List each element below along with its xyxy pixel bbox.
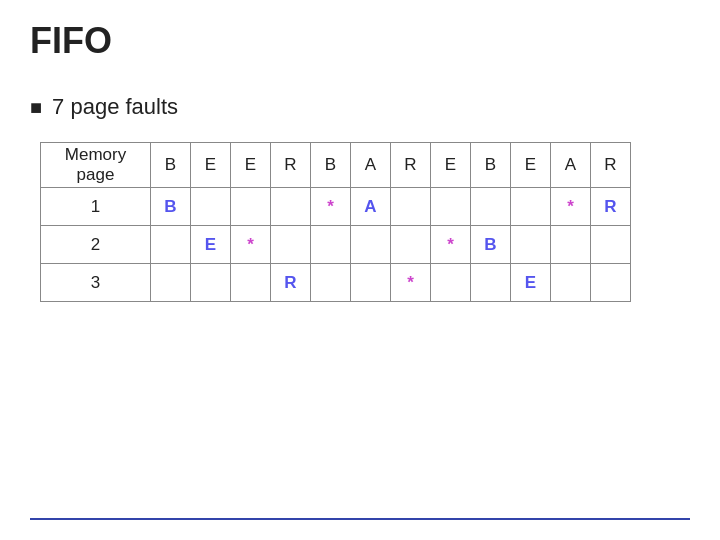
cell-r1-c2: * xyxy=(231,226,271,264)
cell-r1-c8: B xyxy=(471,226,511,264)
col-header-11: R xyxy=(591,143,631,188)
cell-r1-c6 xyxy=(391,226,431,264)
cell-r0-c4: * xyxy=(311,188,351,226)
col-header-3: R xyxy=(271,143,311,188)
cell-r2-c1 xyxy=(191,264,231,302)
cell-r2-c6: * xyxy=(391,264,431,302)
cell-r2-c8 xyxy=(471,264,511,302)
subtitle-text: 7 page faults xyxy=(52,94,178,120)
page-title: FIFO xyxy=(30,20,690,70)
cell-r1-c7: * xyxy=(431,226,471,264)
cell-r2-c4 xyxy=(311,264,351,302)
page-container: FIFO ■ 7 page faults Memory pageBEERBARE… xyxy=(0,0,720,540)
col-header-7: E xyxy=(431,143,471,188)
cell-r1-c3 xyxy=(271,226,311,264)
row-label-0: 1 xyxy=(41,188,151,226)
col-header-5: A xyxy=(351,143,391,188)
bullet-icon: ■ xyxy=(30,96,42,119)
cell-r1-c11 xyxy=(591,226,631,264)
col-header-8: B xyxy=(471,143,511,188)
cell-r0-c2 xyxy=(231,188,271,226)
col-header-9: E xyxy=(511,143,551,188)
col-header-1: E xyxy=(191,143,231,188)
col-header-6: R xyxy=(391,143,431,188)
table-row: 2E**B xyxy=(41,226,631,264)
cell-r1-c0 xyxy=(151,226,191,264)
memory-table: Memory pageBEERBAREBEAR1B*A*R2E**B3R*E xyxy=(40,142,631,302)
cell-r2-c11 xyxy=(591,264,631,302)
col-header-10: A xyxy=(551,143,591,188)
table-wrapper: Memory pageBEERBAREBEAR1B*A*R2E**B3R*E xyxy=(40,142,690,302)
cell-r0-c9 xyxy=(511,188,551,226)
cell-r1-c10 xyxy=(551,226,591,264)
cell-r0-c3 xyxy=(271,188,311,226)
row-label-1: 2 xyxy=(41,226,151,264)
subtitle-row: ■ 7 page faults xyxy=(30,94,690,120)
table-row: 1B*A*R xyxy=(41,188,631,226)
cell-r0-c11: R xyxy=(591,188,631,226)
col-header-2: E xyxy=(231,143,271,188)
cell-r1-c1: E xyxy=(191,226,231,264)
cell-r1-c9 xyxy=(511,226,551,264)
cell-r2-c0 xyxy=(151,264,191,302)
table-header-label: Memory page xyxy=(41,143,151,188)
table-row: 3R*E xyxy=(41,264,631,302)
cell-r1-c5 xyxy=(351,226,391,264)
cell-r1-c4 xyxy=(311,226,351,264)
bottom-line xyxy=(30,518,690,520)
cell-r2-c5 xyxy=(351,264,391,302)
cell-r2-c7 xyxy=(431,264,471,302)
cell-r2-c2 xyxy=(231,264,271,302)
cell-r0-c0: B xyxy=(151,188,191,226)
cell-r0-c6 xyxy=(391,188,431,226)
col-header-4: B xyxy=(311,143,351,188)
cell-r0-c7 xyxy=(431,188,471,226)
col-header-0: B xyxy=(151,143,191,188)
row-label-2: 3 xyxy=(41,264,151,302)
cell-r2-c10 xyxy=(551,264,591,302)
cell-r0-c5: A xyxy=(351,188,391,226)
cell-r2-c9: E xyxy=(511,264,551,302)
cell-r2-c3: R xyxy=(271,264,311,302)
cell-r0-c10: * xyxy=(551,188,591,226)
cell-r0-c8 xyxy=(471,188,511,226)
cell-r0-c1 xyxy=(191,188,231,226)
